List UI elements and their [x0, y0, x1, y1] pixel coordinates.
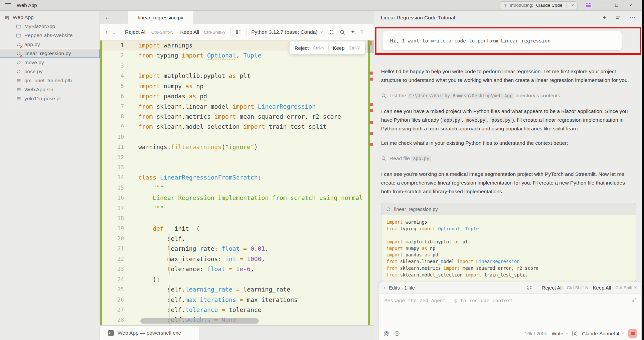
code-line: 15 """ [102, 183, 367, 193]
claude-code-banner[interactable]: ✳ Introducing: Claude Code × [500, 1, 578, 9]
indent-guide [169, 234, 170, 274]
code-line: import numpy as np [386, 245, 631, 252]
reject-hunk-button[interactable]: Reject [295, 45, 309, 51]
composer-card: › Edits · 1 file Reject All Ctrl-Shift-N… [379, 282, 642, 340]
line-number: 10 [102, 132, 124, 142]
avatar[interactable] [585, 2, 592, 9]
sidebar-item-myblazorapp[interactable]: MyBlazorApp [0, 22, 100, 31]
sidebar-item-pose-py[interactable]: pose.py [0, 67, 100, 76]
more-options-icon[interactable]: ⋯ [629, 14, 635, 21]
diff-added-scroll-stripe [368, 40, 370, 325]
face-icon[interactable] [394, 331, 400, 336]
model-selector[interactable]: Claude Sonnet 4 [582, 331, 624, 336]
nav-back-icon[interactable]: ← [105, 14, 110, 20]
file-tree: MyBlazorAppPepperLabs-Websiteapp.pylinea… [0, 22, 100, 103]
code-line: 12 [102, 152, 367, 162]
line-number: 4 [102, 71, 124, 81]
history-icon[interactable] [615, 16, 620, 20]
python-interpreter-selector[interactable]: Python 3.12.7 (base; Conda) [251, 29, 322, 35]
line-number: 9 [102, 122, 124, 132]
mention-icon[interactable]: @ [383, 330, 389, 337]
chevron-down-icon [566, 332, 568, 334]
line-number: 7 [102, 102, 124, 112]
tab-linear-regression[interactable]: linear_regression.py [128, 11, 193, 24]
expand-icon[interactable] [632, 298, 637, 302]
code-card-header[interactable]: linear_regression.py [381, 203, 636, 215]
sidebar-item-yolo11n-pose-pt[interactable]: yolo11n-pose.pt [0, 94, 100, 103]
message-composer[interactable]: Message the Zed Agent — @ to include con… [379, 294, 641, 340]
review-list-icon[interactable] [527, 285, 533, 290]
terminal-icon [108, 330, 114, 336]
code-line: 17 """ [102, 203, 367, 213]
nav-forward-icon[interactable]: → [118, 14, 123, 20]
file-icon [16, 96, 21, 101]
sidebar-item-label: MyBlazorApp [24, 23, 55, 29]
mode-selector[interactable]: Write [552, 331, 568, 336]
code-block-card[interactable]: linear_regression.pyimport warningsfrom … [381, 203, 636, 282]
line-number: 11 [102, 142, 124, 152]
terminal-tab[interactable]: Web App — powershell.exe [100, 326, 199, 340]
sidebar-item-web-app-sln[interactable]: Web App.sln [0, 85, 100, 94]
model-label: Claude Sonnet 4 [582, 331, 619, 336]
stop-button[interactable] [628, 329, 637, 338]
sidebar-item-pepperlabs-website[interactable]: PepperLabs-Website [0, 31, 100, 40]
search-icon[interactable] [339, 29, 345, 35]
horizontal-scrollbar[interactable] [140, 318, 259, 324]
sidebar-root-web-app[interactable]: Web App [0, 13, 100, 22]
code-line: 10 [102, 132, 367, 142]
zed-ai-icon: Z [572, 331, 577, 336]
prev-hunk-icon[interactable]: ↑ [105, 29, 108, 35]
error-marker [370, 109, 373, 112]
code-line: 20 self, [102, 234, 367, 244]
line-number: 8 [102, 112, 124, 122]
sidebar-item-move-py[interactable]: move.py [0, 58, 100, 67]
python-file-icon [386, 207, 391, 212]
line-number: 26 [102, 295, 124, 305]
chevron-right-icon[interactable]: › [384, 285, 385, 291]
assistant-paragraph: I can see you have a mixed project with … [381, 107, 636, 133]
user-message-text: Hi, I want to write a code to perform Li… [390, 38, 550, 43]
review-list-icon[interactable] [235, 29, 241, 35]
code-line: 13 [102, 162, 367, 173]
hunk-review-popup: Reject Ctrl-N Keep Ctrl-Y [289, 41, 365, 54]
inline-code-chip: move.py [465, 117, 487, 123]
sidebar-item-app-py[interactable]: app.py [0, 40, 100, 49]
vertical-scrollbar-thumb[interactable] [367, 40, 374, 53]
inline-code-chip: app.py [442, 117, 462, 123]
banner-prefix: Introducing: [510, 3, 533, 8]
window-title: Web App [17, 2, 37, 8]
sparkles-icon[interactable] [350, 29, 356, 35]
sidebar-item-qrc-unet-trained-pth[interactable]: qrc_unet_trained.pth [0, 76, 100, 85]
code-line: 8from sklearn.metrics import mean_square… [102, 112, 367, 122]
text-cursor-icon[interactable]: I [361, 29, 363, 35]
tool-call-row[interactable]: List the C:\Users\Aarthy Ramesh\Desktop\… [381, 91, 636, 100]
code-line: from sklearn.metrics import mean_squared… [386, 265, 631, 272]
minimize-button[interactable]: — [599, 3, 606, 8]
app-menu-icon[interactable] [5, 3, 11, 7]
line-number: 28 [102, 315, 124, 325]
sidebar-item-label: PepperLabs-Website [24, 32, 72, 38]
close-button[interactable]: × [627, 2, 634, 8]
token-usage: 16k / 200k [525, 331, 547, 336]
inline-code-chip: pose.py [490, 117, 512, 123]
keep-all-button[interactable]: Keep All [593, 285, 611, 291]
user-message[interactable]: Hi, I want to write a code to perform Li… [383, 31, 622, 50]
sidebar-item-linear-regression-py[interactable]: linear_regression.py [0, 49, 100, 58]
line-number: 21 [102, 244, 124, 254]
new-thread-icon[interactable]: + [603, 14, 606, 21]
scrollbar-gutter[interactable] [367, 40, 374, 325]
line-number: 22 [102, 254, 124, 264]
tool-call-row[interactable]: Read file app.py [381, 154, 636, 163]
next-hunk-icon[interactable]: ↓ [113, 29, 115, 35]
code-editor[interactable]: 1import warnings2from typing import Opti… [100, 40, 374, 325]
sidebar-root-label: Web App [13, 14, 34, 20]
banner-name: Claude Code [536, 3, 562, 8]
reject-all-button[interactable]: Reject All [125, 29, 147, 35]
editor-toolbar: ↑ ↓ Reject All Ctrl-Shift-N Keep All Ctr… [100, 24, 374, 40]
banner-close-icon[interactable]: × [569, 3, 576, 8]
keep-all-button[interactable]: Keep All [180, 29, 199, 35]
maximize-button[interactable]: □ [613, 3, 620, 8]
reject-all-button[interactable]: Reject All [542, 285, 563, 291]
keep-hunk-button[interactable]: Keep [333, 45, 344, 51]
sync-icon[interactable] [329, 29, 335, 35]
